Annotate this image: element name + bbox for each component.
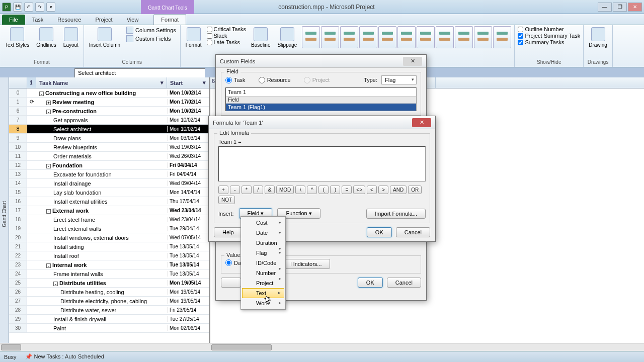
type-select[interactable]: Flag — [381, 75, 417, 84]
operator-button[interactable]: - — [230, 186, 240, 194]
task-row[interactable]: 7Get approvalsMon 10/02/14 — [9, 116, 209, 125]
critical-tasks-check[interactable]: Critical Tasks — [207, 26, 247, 32]
task-radio[interactable]: Task — [225, 77, 246, 83]
late-tasks-check[interactable]: Late Tasks — [207, 39, 247, 45]
data-radio[interactable]: Da — [225, 259, 241, 266]
operator-button[interactable]: AND — [390, 186, 407, 194]
dialog-close-button[interactable]: ✕ — [412, 118, 431, 127]
operator-button[interactable]: / — [253, 186, 263, 194]
cancel-button[interactable]: Cancel — [387, 278, 421, 288]
operator-button[interactable]: MOD — [276, 186, 294, 194]
task-row[interactable]: 21Install sidingTue 13/05/14 — [9, 242, 209, 251]
operator-button[interactable]: & — [265, 186, 275, 194]
redo-icon[interactable]: ↷ — [35, 3, 44, 12]
resource-radio[interactable]: Resource — [259, 77, 291, 83]
tab-task[interactable]: Task — [25, 15, 51, 25]
save-icon[interactable]: 💾 — [13, 3, 22, 12]
menu-item-duration[interactable]: Duration — [242, 238, 284, 248]
format-bars-button[interactable]: Format — [184, 26, 204, 49]
file-tab[interactable]: File — [2, 15, 25, 25]
summary-tasks-check[interactable]: Summary Tasks — [518, 39, 580, 45]
bar-style-gallery[interactable] — [302, 26, 511, 48]
task-row[interactable]: 14Install drainageWed 09/04/14 — [9, 179, 209, 188]
task-row[interactable]: 9Draw plansMon 03/03/14 — [9, 134, 209, 143]
gantt-hscroll[interactable] — [210, 343, 644, 351]
task-row[interactable]: 23-Internal workTue 13/05/14 — [9, 260, 209, 269]
dialog-titlebar[interactable]: Custom Fields ✕ — [216, 55, 426, 68]
operator-button[interactable]: < — [367, 186, 377, 194]
text-styles-button[interactable]: Text Styles — [3, 26, 31, 49]
operator-button[interactable]: ^ — [307, 186, 317, 194]
menu-item-text[interactable]: Text — [242, 288, 284, 298]
operator-button[interactable]: <> — [353, 186, 365, 194]
minimize-button[interactable]: — — [598, 3, 612, 12]
outline-number-check[interactable]: Outline Number — [518, 26, 580, 32]
project-summary-check[interactable]: Project Summary Task — [518, 33, 580, 39]
graphical-indicators-button[interactable]: l Indicators... — [282, 259, 330, 269]
gridlines-button[interactable]: Gridlines — [34, 26, 58, 49]
menu-item-cost[interactable]: Cost — [242, 218, 284, 228]
menu-item-date[interactable]: Date — [242, 228, 284, 238]
task-row[interactable]: 11Order materialsWed 26/03/14 — [9, 152, 209, 161]
import-formula-button[interactable]: Import Formula... — [366, 209, 426, 219]
task-row[interactable]: 27Distribute electricity, phone, cabling… — [9, 297, 209, 306]
task-row[interactable]: 22Install roofTue 13/05/14 — [9, 251, 209, 260]
cell-edit-bar[interactable]: Select architect — [74, 68, 205, 78]
insert-column-button[interactable]: Insert Column — [87, 26, 122, 49]
formula-textarea[interactable] — [218, 146, 426, 182]
help-button[interactable]: Help — [214, 227, 243, 237]
column-settings-button[interactable]: Column Settings — [125, 26, 177, 34]
menu-item-work[interactable]: Work — [242, 298, 284, 308]
menu-item-flag[interactable]: Flag — [242, 248, 284, 258]
menu-item-number[interactable]: Number — [242, 268, 284, 278]
tab-resource[interactable]: Resource — [50, 15, 88, 25]
task-row[interactable]: 26Distribute heating, coolingMon 19/05/1… — [9, 288, 209, 297]
close-button[interactable]: ✕ — [628, 3, 642, 12]
indicator-col[interactable]: ℹ — [27, 77, 36, 88]
menu-item-idcode[interactable]: ID/Code — [242, 258, 284, 268]
task-row[interactable]: 25-Distribute utilitiesMon 19/05/14 — [9, 279, 209, 288]
restore-button[interactable]: ❐ — [613, 3, 627, 12]
task-row[interactable]: 19Erect external wallsTue 29/04/14 — [9, 224, 209, 233]
dialog-titlebar[interactable]: Formula for 'Team 1' ✕ — [209, 116, 435, 129]
task-row[interactable]: 28Distribute water, sewerFri 23/05/14 — [9, 306, 209, 315]
operator-button[interactable]: * — [242, 186, 252, 194]
start-col[interactable]: Start▾ — [167, 77, 209, 88]
dialog-close-button[interactable]: ✕ — [403, 57, 422, 66]
baseline-button[interactable]: Baseline — [249, 26, 272, 49]
task-row[interactable]: 6-Pre-constructionMon 10/02/14 — [9, 107, 209, 116]
qat-more-icon[interactable]: ▾ — [46, 3, 55, 12]
row-header-col[interactable] — [9, 77, 27, 88]
tab-view[interactable]: View — [120, 15, 146, 25]
undo-icon[interactable]: ↶ — [24, 3, 33, 12]
operator-button[interactable]: \ — [295, 186, 305, 194]
menu-item-project[interactable]: Project — [242, 278, 284, 288]
task-row[interactable]: 30PaintMon 02/06/14 — [9, 324, 209, 333]
task-row[interactable]: 17-External workWed 23/04/14 — [9, 206, 209, 215]
tab-project[interactable]: Project — [88, 15, 119, 25]
slippage-button[interactable]: Slippage — [275, 26, 299, 49]
task-row[interactable]: 0-Constructing a new office buildingMon … — [9, 88, 209, 98]
task-row[interactable]: 29Install & finish drywallTue 27/05/14 — [9, 315, 209, 324]
operator-button[interactable]: + — [218, 186, 228, 194]
ok-button[interactable]: OK — [367, 227, 392, 237]
task-row[interactable]: 18Erect steel frameWed 23/04/14 — [9, 215, 209, 224]
operator-button[interactable]: > — [378, 186, 388, 194]
operator-button[interactable]: ( — [318, 186, 329, 194]
cancel-button[interactable]: Cancel — [396, 227, 430, 237]
task-row[interactable]: 8Select architectMon 10/02/14 — [9, 125, 209, 134]
tab-format[interactable]: Format — [153, 14, 186, 25]
operator-button[interactable]: ) — [330, 186, 340, 194]
operator-button[interactable]: NOT — [218, 196, 235, 204]
task-row[interactable]: 16Install external utilitiesThu 17/04/14 — [9, 197, 209, 206]
task-row[interactable]: 15Lay slab foundationMon 14/04/14 — [9, 188, 209, 197]
app-icon[interactable]: P — [2, 3, 11, 12]
task-row[interactable]: 20Install windows, external doorsWed 07/… — [9, 233, 209, 242]
operator-button[interactable]: = — [342, 186, 352, 194]
drawing-button[interactable]: Drawing — [587, 26, 609, 49]
task-row[interactable]: 12-FoundationFri 04/04/14 — [9, 161, 209, 170]
task-row[interactable]: 1⟳+Review meetingMon 17/02/14 — [9, 98, 209, 107]
custom-fields-button[interactable]: Custom Fields — [125, 35, 177, 43]
task-row[interactable]: 13Excavate for foundationFri 04/04/14 — [9, 170, 209, 179]
layout-button[interactable]: Layout — [61, 26, 80, 49]
